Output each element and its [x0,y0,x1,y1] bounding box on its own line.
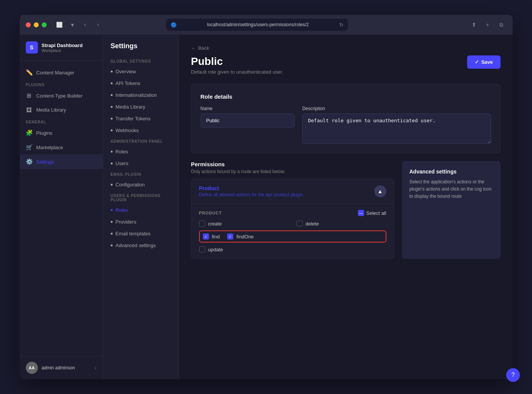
permissions-layout: Permissions Only actions bound by a rout… [191,161,501,259]
sidebar-footer: AA admin adminson ‹ [20,356,103,379]
settings-nav-label: Overview [116,69,136,74]
settings-nav-email-templates[interactable]: Email templates [103,228,179,240]
collapse-plugin-button[interactable]: ▲ [374,185,386,197]
delete-checkbox[interactable] [297,221,303,227]
page-subtitle: Default role given to unauthenticated us… [191,69,284,75]
sidebar-item-content-manager[interactable]: ✏️ Content Manager [20,65,103,80]
sidebar-item-plugins[interactable]: 🧩 Plugins [20,126,103,140]
perm-item-delete: delete [297,221,386,227]
description-field-group: Description Default role given to unauth… [302,106,491,144]
find-checkbox[interactable]: ✓ [203,233,209,240]
bullet-icon [111,94,113,96]
back-link[interactable]: ← Back [191,45,501,51]
settings-nav-users[interactable]: Users [103,158,179,169]
highlighted-row: ✓ find ✓ findOne [199,230,386,243]
permissions-section: Permissions Only actions bound by a rout… [191,161,501,259]
reload-icon[interactable]: ↻ [339,22,344,28]
settings-nav-api-tokens[interactable]: API Tokens [103,77,179,89]
back-nav-button[interactable]: ‹ [80,19,91,30]
sidebar-item-marketplace[interactable]: 🛒 Marketplace [20,140,103,154]
role-details-title: Role details [201,93,491,100]
settings-nav-roles-up[interactable]: Roles [103,204,179,216]
help-button[interactable]: ? [506,368,520,382]
minimize-button[interactable] [34,22,39,27]
share-button[interactable]: ⬆ [469,19,479,30]
puzzle-icon: 🧩 [26,129,33,136]
avatar: AA [26,362,38,374]
avatar-initials: AA [29,366,35,370]
url-text: localhost/admin/settings/users-permissio… [180,22,336,27]
nav-dropdown-button[interactable]: ▾ [67,19,78,30]
permissions-plugin-info: Product Define all allowed actions for t… [199,185,374,197]
grid-icon: ⊞ [26,92,33,99]
permissions-desc: Only actions bound by a route are listed… [191,169,394,174]
findone-label: findOne [236,234,254,240]
settings-nav-overview[interactable]: Overview [103,66,179,77]
settings-nav-configuration[interactable]: Configuration [103,179,179,191]
general-section-label: GENERAL [20,117,103,126]
select-all-label: Select all [366,210,386,216]
bullet-icon [111,82,113,84]
checkmark-icon: ✓ [475,59,479,65]
url-bar[interactable]: 🔵 localhost/admin/settings/users-permiss… [166,19,348,31]
users-permissions-label: USERS & PERMISSIONS PLUGIN [103,191,179,204]
edit-icon: ✏️ [26,69,33,76]
gear-icon: ⚙️ [26,158,33,165]
settings-nav-label: Advanced settings [116,243,156,248]
sidebar-item-content-type-builder[interactable]: ⊞ Content-Type Builder [20,88,103,103]
permissions-body: PRODUCT — Select all [191,203,394,258]
permissions-row-header: PRODUCT — Select all [199,210,386,216]
image-icon: 🖼 [26,107,33,113]
forward-nav-button[interactable]: › [93,19,104,30]
footer-username: admin adminson [42,365,75,370]
save-button[interactable]: ✓ Save [467,55,500,69]
settings-nav-advanced-settings[interactable]: Advanced settings [103,240,179,251]
bullet-icon [111,162,113,164]
close-button[interactable] [26,22,31,27]
bullet-icon [111,209,113,211]
description-textarea[interactable]: Default role given to unauthenticated us… [302,113,491,144]
perm-item-create: create [199,221,289,227]
name-input[interactable] [201,113,295,128]
fullscreen-button[interactable] [42,22,47,27]
brand-text: Strapi Dashboard Workplace [42,43,83,53]
findone-checkbox[interactable]: ✓ [227,233,233,240]
settings-nav-media-library[interactable]: Media Library [103,101,179,113]
page-header-left: Public Default role given to unauthentic… [191,55,284,75]
browser-titlebar: ⬜ ▾ ‹ › 🔵 localhost/admin/settings/users… [20,15,513,35]
sidebar-brand: S Strapi Dashboard Workplace [20,35,103,61]
back-label: Back [198,45,209,51]
perm-item-findone: ✓ findOne [227,233,254,240]
settings-nav-roles[interactable]: Roles [103,146,179,158]
permissions-title: Permissions [191,161,394,167]
traffic-lights [26,22,47,27]
permissions-plugin-header: Product Define all allowed actions for t… [191,179,394,203]
settings-nav-label: API Tokens [116,80,141,86]
new-tab-button[interactable]: + [482,19,493,30]
brand-icon-letter: S [30,44,33,50]
settings-nav-internationalization[interactable]: Internationalization [103,89,179,101]
settings-nav-label: Roles [116,207,128,213]
settings-title: Settings [103,42,179,56]
settings-nav-label: Users [116,161,129,166]
plugin-name: Product [199,185,374,191]
admin-panel-label: ADMINISTRATION PANEL [103,136,179,146]
select-all-button[interactable]: — Select all [358,210,386,216]
settings-nav-transfer-tokens[interactable]: Transfer Tokens [103,113,179,125]
advanced-settings-aside: Advanced settings Select the application… [402,161,501,259]
settings-nav-webhooks[interactable]: Webhooks [103,125,179,136]
update-checkbox[interactable] [199,246,205,252]
sidebar-item-media-library[interactable]: 🖼 Media Library [20,103,103,117]
update-label: update [208,247,223,252]
sidebar-collapse-button[interactable]: ‹ [95,365,97,371]
delete-label: delete [306,221,319,227]
main-content: ← Back Public Default role given to unau… [179,35,513,379]
settings-nav-providers[interactable]: Providers [103,216,179,228]
sidebar-toggle-button[interactable]: ⬜ [54,19,65,30]
brand-subtitle: Workplace [42,48,83,53]
description-label: Description [302,106,491,111]
tabs-button[interactable]: ⧉ [496,19,507,30]
sidebar-item-settings[interactable]: ⚙️ Settings [20,154,103,169]
perm-item-find: ✓ find [203,233,220,240]
create-checkbox[interactable] [199,221,205,227]
